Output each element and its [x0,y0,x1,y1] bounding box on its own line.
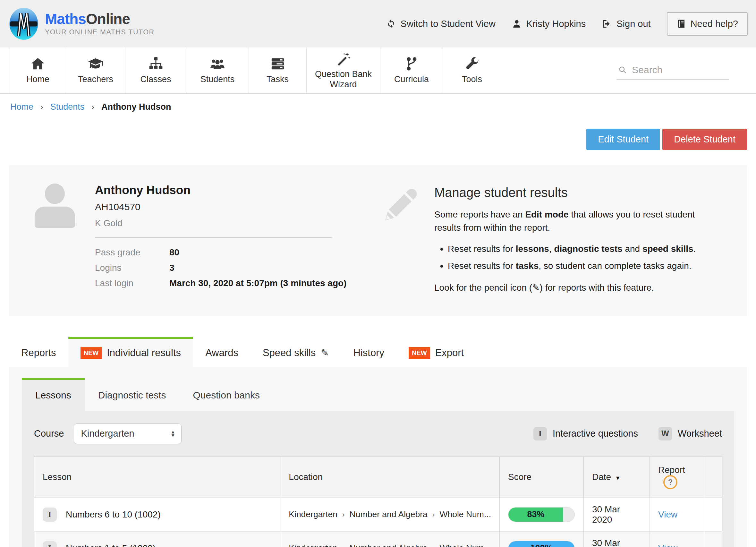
spacer-cell [705,531,722,547]
tab-label: Awards [205,347,238,359]
report-cell: View [650,531,705,547]
mathsonline-logo[interactable]: MathsOnline YOUR ONLINE MATHS TUTOR [8,7,155,40]
current-user-name: Kristy Hopkins [526,19,586,29]
magic-wand-icon [336,51,351,66]
date-cell: 30 Mar 2020 [584,531,650,547]
header-links: Switch to Student View Kristy Hopkins Si… [386,12,748,36]
nav-label: Tasks [267,74,289,84]
student-summary-card: Anthony Hudson AH104570 K Gold Pass grad… [9,165,747,316]
breadcrumb-separator: › [91,102,94,112]
pass-grade-value: 80 [169,247,179,258]
nav-item-home[interactable]: Home [10,47,66,93]
refresh-icon [386,19,396,29]
select-arrows-icon: ▲▼ [171,430,175,437]
avatar-head [45,184,65,204]
lesson-results-table: Lesson Location Score Date▼ Report? I Nu… [34,456,722,547]
course-select-value: Kindergarten [81,428,134,439]
breadcrumb-home[interactable]: Home [10,102,33,112]
users-icon [210,56,225,71]
table-row: I Numbers 1 to 5 (1000) Kindergarten›Num… [34,531,722,547]
wrench-icon [465,56,480,71]
column-header-date[interactable]: Date▼ [584,456,650,498]
nav-item-tools[interactable]: Tools [443,47,501,93]
nav-item-curricula[interactable]: Curricula [380,47,443,93]
pass-grade-label: Pass grade [95,247,169,258]
result-type-subtabs: Lessons Diagnostic tests Question banks [22,378,734,411]
location-segment: Kindergarten [289,509,337,519]
tab-awards[interactable]: Awards [193,337,251,367]
tab-export[interactable]: NEW Export [396,337,476,367]
nav-label: Classes [140,74,171,84]
tab-label: History [353,347,384,359]
pencil-icon: ✎ [321,347,329,358]
tab-speed-skills[interactable]: Speed skills ✎ [251,337,341,367]
tab-label: Reports [21,347,56,359]
breadcrumb-students[interactable]: Students [50,102,85,112]
top-header: MathsOnline YOUR ONLINE MATHS TUTOR Swit… [0,0,756,47]
location-segment: Number and Algebra [350,509,428,519]
student-name: Anthony Hudson [95,184,346,197]
current-user-link[interactable]: Kristy Hopkins [512,19,586,29]
course-filter-row: Course Kindergarten ▲▼ I Interactive que… [34,423,722,444]
tab-label: Speed skills [263,347,316,359]
chevron-separator: › [342,544,345,547]
graduation-cap-icon [88,56,103,71]
tab-reports[interactable]: Reports [9,337,68,367]
tab-history[interactable]: History [341,337,396,367]
delete-student-button[interactable]: Delete Student [662,129,747,150]
tab-individual-results[interactable]: NEW Individual results [68,337,193,367]
search-box[interactable] [616,61,729,80]
nav-label: Teachers [78,74,113,84]
subtab-question-banks[interactable]: Question banks [180,378,273,411]
subtab-label: Question banks [193,390,260,401]
nav-item-question-bank-wizard[interactable]: Question Bank Wizard [306,47,380,93]
sign-out-label: Sign out [616,19,650,29]
interactive-questions-badge: I [43,541,57,547]
interactive-questions-badge: I [43,508,57,522]
subtab-lessons[interactable]: Lessons [22,378,85,411]
spacer-cell [705,498,722,531]
avatar-body [35,207,75,228]
logins-value: 3 [169,263,174,273]
course-select[interactable]: Kindergarten ▲▼ [74,423,182,444]
nav-item-teachers[interactable]: Teachers [66,47,125,93]
edit-student-button[interactable]: Edit Student [586,129,660,150]
individual-results-panel: Lessons Diagnostic tests Question banks … [9,367,747,547]
manage-results-bullets: Reset results for lessons, diagnostic te… [448,243,723,272]
new-badge: NEW [81,347,102,359]
lesson-name: Numbers 1 to 5 (1000) [66,543,156,547]
date-header-label: Date [592,472,611,482]
nav-item-classes[interactable]: Classes [125,47,186,93]
chevron-separator: › [342,510,345,519]
last-login-label: Last login [95,278,169,288]
date-cell: 30 Mar 2020 [584,498,650,531]
student-avatar [33,184,77,228]
report-help-icon[interactable]: ? [663,475,677,489]
bullet-reset-tasks: Reset results for tasks, so student can … [448,260,723,273]
tab-label: Individual results [107,347,181,359]
score-label: 100% [530,543,552,547]
brand-secondary: Online [86,11,130,27]
switch-student-view-link[interactable]: Switch to Student View [386,19,496,29]
nav-item-students[interactable]: Students [186,47,249,93]
worksheet-badge: W [658,427,672,440]
branch-icon [404,56,419,71]
sign-out-link[interactable]: Sign out [602,19,650,29]
student-details: Anthony Hudson AH104570 K Gold Pass grad… [33,184,382,295]
subtab-diagnostic-tests[interactable]: Diagnostic tests [85,378,180,411]
search-icon [618,65,627,75]
view-report-link[interactable]: View [658,509,677,519]
location-segment: Kindergarten [289,543,337,547]
need-help-button[interactable]: Need help? [667,12,748,36]
main-nav: Home Teachers Classes Students Tasks Que… [0,47,756,94]
last-login-row: Last login March 30, 2020 at 5:07pm (3 m… [95,278,346,288]
view-report-link[interactable]: View [658,543,677,547]
logins-label: Logins [95,263,169,273]
sign-out-icon [602,19,612,29]
nav-label: Students [200,74,235,84]
student-info: Anthony Hudson AH104570 K Gold Pass grad… [95,184,346,295]
interactive-questions-label: Interactive questions [553,428,638,439]
search-input[interactable] [632,64,727,75]
breadcrumb-current: Anthony Hudson [101,102,171,112]
nav-item-tasks[interactable]: Tasks [249,47,306,93]
